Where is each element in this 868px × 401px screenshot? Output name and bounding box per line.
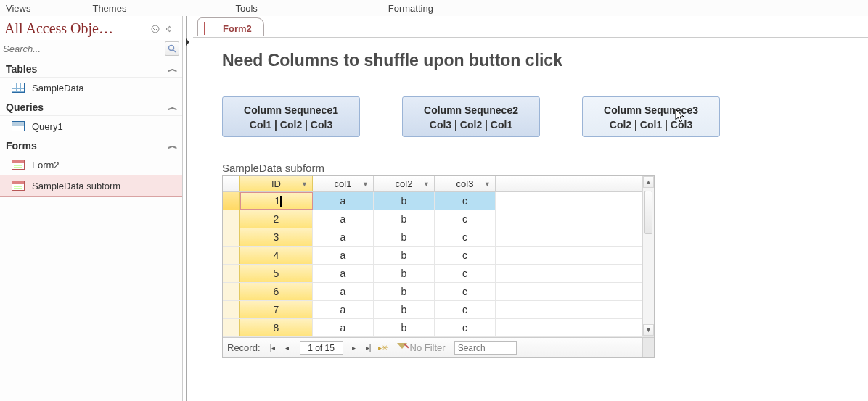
scroll-up-icon[interactable]: ▲ [643,176,654,188]
filter-indicator[interactable]: No Filter [397,342,446,353]
document-tabs: Form2 [183,16,868,38]
cell[interactable]: c [435,301,496,318]
table-row[interactable]: 4abc [223,247,654,265]
nav-category-tables[interactable]: Tables ︽ [0,59,182,78]
cell-id[interactable]: 6 [240,283,313,300]
cell[interactable]: a [313,319,374,336]
nav-prev-icon[interactable]: ◂ [281,342,294,355]
column-sequence-3-button[interactable]: Column Sequnece3 Col2 | Col1 | Col3 [582,96,720,137]
cell-id[interactable]: 3 [240,228,313,246]
row-selector[interactable] [223,228,240,246]
cell[interactable]: c [435,319,496,336]
table-row[interactable]: 3abc [223,228,654,247]
row-spacer [496,210,654,228]
nav-item-form2[interactable]: Form2 [0,154,182,175]
menu-formatting[interactable]: Formatting [388,3,433,14]
cell[interactable]: c [435,265,496,282]
sampledata-subform: ID ▼ col1 ▼ col2 ▼ col3 ▼ 1abc2abc3abc4a… [222,175,655,358]
nav-dropdown-icon[interactable] [149,22,162,36]
column-dropdown-icon[interactable]: ▼ [484,181,491,188]
cell[interactable]: a [313,301,374,318]
nav-new-icon[interactable]: ▸✳ [377,342,390,355]
table-row[interactable]: 8abc [223,319,654,337]
cell-id[interactable]: 8 [240,319,313,336]
cell-id[interactable]: 4 [240,247,313,264]
nav-category-queries[interactable]: Queries ︽ [0,98,182,116]
column-dropdown-icon[interactable]: ▼ [301,181,308,188]
cell[interactable]: b [374,265,435,282]
menu-views[interactable]: Views [6,3,30,14]
column-label: col3 [456,178,474,189]
table-row[interactable]: 2abc [223,210,654,228]
row-spacer [496,319,654,336]
record-position[interactable]: 1 of 15 [300,341,343,355]
nav-title[interactable]: All Access Obje… [4,20,147,37]
table-row[interactable]: 5abc [223,265,654,283]
cell[interactable]: b [374,210,435,228]
cell[interactable]: a [313,228,374,246]
row-selector[interactable] [223,301,240,318]
nav-search-input[interactable] [3,44,165,54]
nav-next-icon[interactable]: ▸ [348,342,361,355]
nav-item-sampledata[interactable]: SampleData [0,78,182,98]
cell[interactable]: a [313,247,374,264]
cell[interactable]: b [374,192,435,210]
column-header-id[interactable]: ID ▼ [240,176,313,191]
table-row[interactable]: 1abc [223,192,654,210]
row-selector[interactable] [223,210,240,228]
nav-item-sampledata-subform[interactable]: SampleData subform [0,175,182,197]
table-row[interactable]: 7abc [223,301,654,319]
column-dropdown-icon[interactable]: ▼ [362,181,369,188]
search-icon[interactable] [165,41,179,56]
row-selector[interactable] [223,283,240,300]
cell[interactable]: b [374,247,435,264]
form-icon [10,158,26,171]
cell[interactable]: c [435,247,496,264]
nav-first-icon[interactable]: |◂ [266,342,279,355]
nav-category-forms[interactable]: Forms ︽ [0,136,182,154]
row-selector[interactable] [223,247,240,264]
chevron-up-icon: ︽ [168,102,178,112]
cell[interactable]: a [313,283,374,300]
row-selector[interactable] [223,192,240,210]
column-sequence-2-button[interactable]: Column Sequnece2 Col3 | Col2 | Col1 [402,96,540,137]
cell-id[interactable]: 5 [240,265,313,282]
cell-id[interactable]: 2 [240,210,313,228]
row-selector-header[interactable] [223,176,240,191]
row-spacer [496,228,654,246]
vertical-scrollbar[interactable]: ▲ ▼ [642,176,654,336]
cell[interactable]: c [435,228,496,246]
record-search-input[interactable] [454,341,517,355]
table-row[interactable]: 6abc [223,283,654,301]
cell[interactable]: b [374,283,435,300]
cell[interactable]: c [435,210,496,228]
nav-item-query1[interactable]: Query1 [0,116,182,136]
column-sequence-1-button[interactable]: Column Sequnece1 Col1 | Col2 | Col3 [222,96,360,137]
menu-themes[interactable]: Themes [92,3,126,14]
form-icon [10,179,26,192]
column-header-col3[interactable]: col3 ▼ [435,176,496,191]
column-header-col2[interactable]: col2 ▼ [374,176,435,191]
column-header-col1[interactable]: col1 ▼ [313,176,374,191]
cell[interactable]: b [374,319,435,336]
cell[interactable]: c [435,283,496,300]
tab-form2[interactable]: Form2 [197,17,264,36]
cell[interactable]: a [313,192,374,210]
scroll-down-icon[interactable]: ▼ [643,324,654,336]
nav-last-icon[interactable]: ▸| [362,342,375,355]
cell[interactable]: a [313,265,374,282]
cell[interactable]: a [313,210,374,228]
shutter-bar-open-icon[interactable] [183,35,193,49]
scroll-thumb[interactable] [644,191,652,234]
cell[interactable]: b [374,228,435,246]
column-dropdown-icon[interactable]: ▼ [423,181,430,188]
nav-collapse-icon[interactable] [163,22,176,36]
row-selector[interactable] [223,265,240,282]
cell-id[interactable]: 1 [240,192,313,210]
menu-tools[interactable]: Tools [235,3,257,14]
column-label: ID [271,178,281,189]
cell-id[interactable]: 7 [240,301,313,318]
cell[interactable]: b [374,301,435,318]
row-selector[interactable] [223,319,240,336]
cell[interactable]: c [435,192,496,210]
